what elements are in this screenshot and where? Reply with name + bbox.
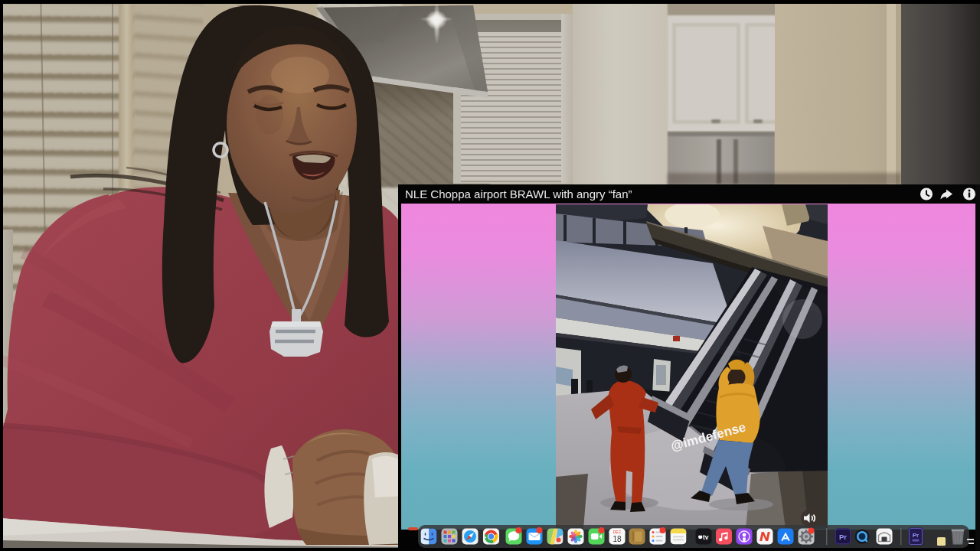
svg-text:18: 18 xyxy=(612,535,622,543)
svg-text:Pr: Pr xyxy=(913,532,919,539)
svg-text:Pr: Pr xyxy=(839,533,847,541)
svg-text:DEC: DEC xyxy=(613,530,622,534)
svg-text:tv: tv xyxy=(703,533,709,541)
